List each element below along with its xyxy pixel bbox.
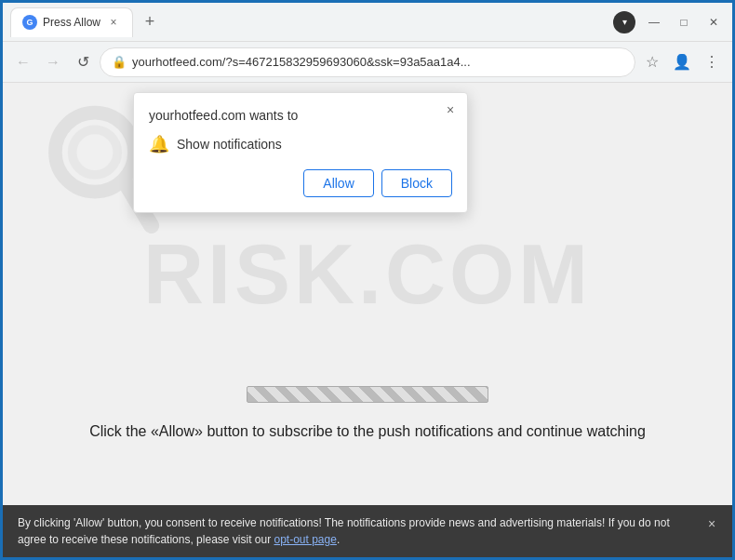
new-tab-button[interactable]: +: [137, 9, 163, 35]
url-text: yourhotfeed.com/?s=467215832959693060&ss…: [132, 55, 623, 69]
bookmark-button[interactable]: ☆: [639, 49, 665, 75]
forward-button[interactable]: →: [40, 49, 66, 75]
menu-button[interactable]: ⋮: [699, 49, 725, 75]
opt-out-link[interactable]: opt-out page: [274, 533, 336, 546]
browser-tab[interactable]: G Press Allow ×: [10, 7, 133, 37]
allow-button[interactable]: Allow: [303, 169, 373, 197]
click-allow-text: Click the «Allow» button to subscribe to…: [3, 423, 732, 440]
maximize-button[interactable]: □: [673, 11, 695, 33]
notification-label: Show notifications: [177, 137, 282, 152]
browser-window: G Press Allow × + ▾ — □ ✕ ← → ↺ 🔒: [0, 0, 735, 560]
tab-favicon: G: [22, 15, 37, 30]
title-bar: G Press Allow × + ▾ — □ ✕: [3, 3, 732, 42]
lock-icon: 🔒: [112, 55, 127, 70]
popup-close-button[interactable]: ×: [441, 100, 460, 119]
svg-point-1: [73, 129, 118, 175]
reload-button[interactable]: ↺: [70, 49, 96, 75]
progress-bar-wrap: [247, 386, 488, 403]
bell-icon: 🔔: [149, 134, 169, 154]
back-button[interactable]: ←: [10, 49, 36, 75]
profile-button[interactable]: 👤: [669, 49, 695, 75]
page-content: RISK.COM × yourhotfeed.com wants to 🔔 Sh…: [3, 83, 732, 505]
minimize-button[interactable]: —: [643, 11, 665, 33]
tab-area: G Press Allow × +: [10, 7, 613, 37]
consent-bar: By clicking 'Allow' button, you consent …: [3, 505, 732, 557]
tab-title: Press Allow: [43, 16, 100, 29]
popup-title: yourhotfeed.com wants to: [149, 108, 452, 123]
progress-bar: [247, 386, 488, 403]
watermark-text: RISK.COM: [143, 227, 592, 323]
close-window-button[interactable]: ✕: [702, 11, 725, 33]
tab-dropdown-button[interactable]: ▾: [613, 11, 635, 33]
popup-buttons: Allow Block: [149, 169, 452, 197]
window-controls: — □ ✕: [643, 11, 725, 33]
popup-notification-row: 🔔 Show notifications: [149, 134, 452, 154]
url-bar[interactable]: 🔒 yourhotfeed.com/?s=467215832959693060&…: [100, 47, 635, 77]
consent-close-button[interactable]: ×: [702, 514, 721, 533]
block-button[interactable]: Block: [381, 169, 452, 197]
address-bar: ← → ↺ 🔒 yourhotfeed.com/?s=4672158329596…: [3, 42, 732, 83]
address-actions: ☆ 👤 ⋮: [639, 49, 725, 75]
consent-text: By clicking 'Allow' button, you consent …: [18, 516, 670, 546]
notification-popup: × yourhotfeed.com wants to 🔔 Show notifi…: [133, 92, 468, 213]
tab-close-button[interactable]: ×: [106, 15, 121, 30]
